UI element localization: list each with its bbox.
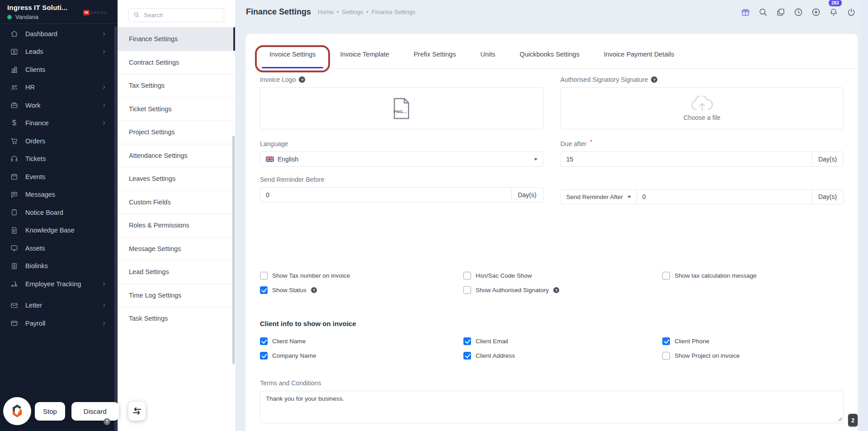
settings-nav-item-contract-settings[interactable]: Contract Settings xyxy=(118,51,235,74)
sidebar-item-notice-board[interactable]: Notice Board xyxy=(0,204,118,222)
sidebar-item-messages[interactable]: Messages xyxy=(0,186,118,204)
days-unit-label: Day(s) xyxy=(811,189,844,204)
checkbox-client-phone[interactable]: Client Phone xyxy=(662,337,844,345)
sidebar-item-knowledge-base[interactable]: Knowledge Base xyxy=(0,222,118,240)
sidebar-item-tickets[interactable]: Tickets xyxy=(0,150,118,168)
checkbox-show-tax-number[interactable]: Show Tax number on invoice xyxy=(260,272,463,279)
terms-label: Terms and Conditions xyxy=(260,379,844,387)
checkbox[interactable] xyxy=(662,352,670,360)
help-icon[interactable] xyxy=(311,287,317,293)
checkbox-checked[interactable] xyxy=(662,337,670,345)
language-select[interactable]: English xyxy=(260,152,543,167)
settings-nav-item-project-settings[interactable]: Project Settings xyxy=(118,120,235,144)
checkbox-checked[interactable] xyxy=(260,337,268,345)
help-icon[interactable] xyxy=(553,287,559,293)
checkbox-checked[interactable] xyxy=(463,337,471,345)
settings-nav-item-lead-settings[interactable]: Lead Settings xyxy=(118,260,235,284)
resize-handle-icon[interactable] xyxy=(838,417,842,422)
checkbox-show-project[interactable]: Show Project on invoice xyxy=(662,352,844,360)
clock-icon[interactable] xyxy=(793,7,803,17)
signature-upload[interactable]: Choose a file xyxy=(561,87,844,129)
plus-circle-icon[interactable] xyxy=(811,7,821,17)
checkbox-client-name[interactable]: Client Name xyxy=(260,337,463,345)
checkbox-checked[interactable] xyxy=(260,352,268,360)
settings-search-input[interactable] xyxy=(128,8,224,22)
settings-nav-item-tax-settings[interactable]: Tax Settings xyxy=(118,74,235,97)
tab-invoice-payment-details[interactable]: Invoice Payment Details xyxy=(592,40,687,68)
sidebar-item-assets[interactable]: Assets xyxy=(0,239,118,257)
checkbox-company-name[interactable]: Company Name xyxy=(260,352,463,360)
checkbox[interactable] xyxy=(260,272,268,279)
sidebar-item-events[interactable]: Events xyxy=(0,168,118,186)
checkbox-checked[interactable] xyxy=(260,286,268,294)
discard-button[interactable]: Discard xyxy=(71,402,119,421)
reminder-before-input[interactable] xyxy=(260,187,511,203)
stop-button[interactable]: Stop xyxy=(35,402,65,421)
settings-nav-item-leaves-settings[interactable]: Leaves Settings xyxy=(118,167,235,190)
sidebar-item-payroll[interactable]: Payroll xyxy=(0,314,118,332)
checkbox-show-authorised-signatory[interactable]: Show Authorised Signatory xyxy=(463,286,662,294)
settings-search xyxy=(128,8,224,22)
sidebar-item-employee-tracking[interactable]: Employee Tracking xyxy=(0,275,118,293)
settings-nav-item-message-settings[interactable]: Message Settings xyxy=(118,237,235,260)
checkbox[interactable] xyxy=(662,272,670,279)
breadcrumb-settings[interactable]: Settings xyxy=(337,9,363,15)
settings-nav-item-custom-fields[interactable]: Custom Fields xyxy=(118,190,235,214)
reminder-after-input[interactable] xyxy=(637,189,811,204)
sidebar-item-letter[interactable]: Letter xyxy=(0,297,118,315)
power-icon[interactable] xyxy=(846,7,856,17)
required-asterisk xyxy=(590,140,592,147)
settings-nav-item-time-log-settings[interactable]: Time Log Settings xyxy=(118,284,235,307)
sidebar-item-orders[interactable]: Orders xyxy=(0,132,118,150)
notes-icon[interactable] xyxy=(776,7,786,17)
tab-invoice-settings[interactable]: Invoice Settings xyxy=(257,40,328,68)
tab-quickbooks-settings[interactable]: Quickbooks Settings xyxy=(507,40,591,68)
settings-nav-scrollbar[interactable] xyxy=(232,136,235,364)
breadcrumb-home[interactable]: Home xyxy=(318,9,334,15)
language-due-row: Language English Due after xyxy=(260,140,844,167)
help-icon[interactable] xyxy=(299,76,305,83)
sidebar-item-hr[interactable]: HR xyxy=(0,79,118,97)
invoice-logo-upload[interactable]: PNG... xyxy=(260,87,543,129)
page-scrollbar-track[interactable] xyxy=(860,0,868,431)
sidebar-item-dashboard[interactable]: Dashboard xyxy=(0,25,118,43)
chevron-right-icon xyxy=(101,103,107,108)
settings-nav-item-attendance-settings[interactable]: Attendance Settings xyxy=(118,144,235,167)
notifications-bell-icon[interactable]: 283 xyxy=(829,7,839,17)
search-icon[interactable] xyxy=(758,7,768,17)
checkbox-client-address[interactable]: Client Address xyxy=(463,352,662,360)
checkbox[interactable] xyxy=(463,286,471,294)
settings-nav-item-finance-settings[interactable]: Finance Settings xyxy=(118,27,235,51)
checkbox[interactable] xyxy=(463,272,471,279)
brand-logo-text: GRESS xyxy=(90,10,108,15)
help-icon[interactable] xyxy=(651,76,657,83)
terms-textarea[interactable]: Thank you for your business. xyxy=(260,391,844,423)
sidebar-scrollbar[interactable] xyxy=(114,26,117,431)
tab-units[interactable]: Units xyxy=(468,40,507,68)
sidebar-item-clients[interactable]: Clients xyxy=(0,61,118,79)
settings-nav-item-ticket-settings[interactable]: Ticket Settings xyxy=(118,97,235,121)
settings-sidebar: Finance Settings Contract Settings Tax S… xyxy=(118,0,235,431)
caret-down-icon xyxy=(534,158,538,161)
recorder-logo[interactable] xyxy=(3,397,31,425)
checkbox-show-status[interactable]: Show Status xyxy=(260,286,463,294)
checkbox-checked[interactable] xyxy=(463,352,471,360)
settings-card: Invoice Settings Invoice Template Prefix… xyxy=(245,34,858,431)
sidebar-item-work[interactable]: Work xyxy=(0,96,118,114)
due-after-input[interactable] xyxy=(561,152,812,167)
sidebar-item-leads[interactable]: Leads xyxy=(0,43,118,61)
checkbox-client-email[interactable]: Client Email xyxy=(463,337,662,345)
swap-icon-button[interactable] xyxy=(128,402,146,421)
checkbox-show-tax-calculation[interactable]: Show tax calculation message xyxy=(662,272,844,279)
help-bubble-icon[interactable]: ? xyxy=(104,418,110,425)
settings-nav-item-roles-permissions[interactable]: Roles & Permissions xyxy=(118,213,235,237)
send-reminder-after-dropdown[interactable]: Send Reminder After xyxy=(561,189,637,204)
biolinks-badge-icon xyxy=(10,262,19,270)
gift-icon[interactable] xyxy=(741,7,750,17)
sidebar-item-biolinks[interactable]: Biolinks xyxy=(0,257,118,275)
tab-invoice-template[interactable]: Invoice Template xyxy=(328,40,401,68)
settings-nav-item-task-settings[interactable]: Task Settings xyxy=(118,307,235,330)
tab-prefix-settings[interactable]: Prefix Settings xyxy=(401,40,468,68)
checkbox-hsn-sac-code[interactable]: Hsn/Sac Code Show xyxy=(463,272,662,279)
sidebar-item-finance[interactable]: Finance xyxy=(0,114,118,133)
